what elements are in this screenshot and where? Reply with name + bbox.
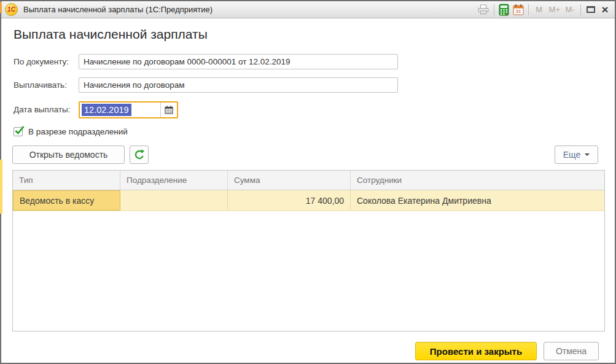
by-departments-row: В разрезе подразделений [14, 127, 128, 136]
desktop-artifact [0, 2, 2, 13]
memory-plus-button[interactable]: M+ [548, 3, 561, 17]
chevron-down-icon [585, 153, 590, 156]
refresh-button[interactable] [130, 145, 149, 164]
close-icon: × [601, 4, 608, 15]
more-label: Еще [563, 150, 581, 160]
titlebar-separator [528, 4, 529, 15]
by-departments-label: В разрезе подразделений [28, 127, 128, 136]
svg-text:31: 31 [515, 9, 521, 14]
mini-calendar-icon [165, 106, 173, 114]
pay-date-value: 12.02.2019 [82, 104, 131, 116]
desktop-artifact [0, 160, 2, 214]
calculator-icon [499, 4, 509, 16]
calendar-icon: 31 [513, 4, 524, 15]
column-header-type[interactable]: Тип [13, 171, 120, 190]
payments-table: Тип Подразделение Сумма Сотрудники Ведом… [12, 170, 605, 331]
column-header-department[interactable]: Подразделение [120, 171, 228, 190]
refresh-icon [134, 149, 145, 160]
more-button[interactable]: Еще [555, 145, 598, 164]
pay-out-field[interactable]: Начисления по договорам [79, 77, 398, 93]
printer-icon [477, 4, 489, 15]
pay-out-label: Выплачивать: [14, 77, 67, 93]
checkmark-icon [14, 125, 25, 136]
pay-date-label: Дата выплаты: [14, 101, 71, 118]
column-header-amount[interactable]: Сумма [228, 171, 351, 190]
titlebar-separator [580, 4, 581, 15]
calculator-button[interactable] [499, 3, 510, 17]
table-row[interactable]: Ведомость в кассу 17 400,00 Соколова Ека… [13, 190, 604, 211]
titlebar: 1С Выплата начисленной зарплаты (1С:Пред… [1, 1, 615, 18]
1c-logo-icon: 1С [5, 3, 18, 16]
maximize-icon [587, 6, 595, 13]
titlebar-separator [494, 4, 494, 15]
column-header-employees[interactable]: Сотрудники [351, 171, 604, 190]
cell-type[interactable]: Ведомость в кассу [13, 190, 120, 211]
table-header: Тип Подразделение Сумма Сотрудники [13, 171, 604, 190]
close-button[interactable]: × [599, 3, 610, 17]
window-title: Выплата начисленной зарплаты (1С:Предпри… [23, 5, 212, 14]
memory-minus-button[interactable]: M- [564, 3, 576, 17]
page-title: Выплата начисленной зарплаты [14, 27, 208, 42]
by-departments-checkbox[interactable] [14, 127, 23, 136]
post-and-close-button[interactable]: Провести и закрыть [415, 342, 537, 360]
by-document-label: По документу: [14, 54, 69, 69]
date-picker-button[interactable] [160, 103, 177, 117]
dialog-window: 1С Выплата начисленной зарплаты (1С:Пред… [0, 0, 616, 364]
cancel-button[interactable]: Отмена [544, 342, 599, 360]
cell-employees[interactable]: Соколова Екатерина Дмитриевна [351, 190, 604, 211]
pay-date-field[interactable]: 12.02.2019 [79, 101, 178, 118]
titlebar-buttons: 31 M M+ M- × [477, 1, 610, 18]
maximize-button[interactable] [585, 3, 596, 17]
open-sheet-button[interactable]: Открыть ведомость [12, 145, 125, 164]
by-document-field[interactable]: Начисление по договорам 0000-000001 от 1… [79, 54, 398, 69]
cell-department[interactable] [120, 190, 228, 211]
cell-amount[interactable]: 17 400,00 [228, 190, 351, 211]
memory-recall-button[interactable]: M [533, 3, 545, 17]
print-icon[interactable] [477, 3, 489, 17]
calendar-button[interactable]: 31 [513, 3, 524, 17]
